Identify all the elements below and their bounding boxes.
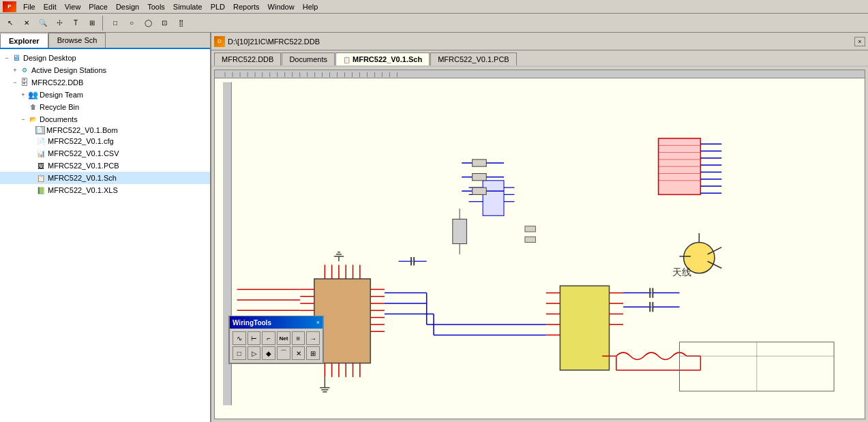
mfrc522-ddb-label: MFRC522.DDB: [31, 78, 83, 87]
design-team-icon: 👥: [27, 89, 38, 100]
menu-file[interactable]: File: [19, 2, 40, 12]
browse-sch-tab[interactable]: Browse Sch: [48, 33, 106, 48]
tree-item-mfrc522-ddb[interactable]: − 🗄 MFRC522.DDB: [0, 76, 210, 89]
tab-documents[interactable]: Documents: [282, 52, 335, 65]
toolbar-pan[interactable]: ☩: [52, 16, 67, 31]
menu-window[interactable]: Window: [264, 2, 299, 12]
documents-tab-label: Documents: [289, 55, 327, 63]
svg-rect-115: [525, 226, 535, 232]
recycle-bin-icon: 🗑: [27, 102, 38, 112]
toolbar-ellipse[interactable]: ◯: [140, 16, 155, 31]
toolbar-rect[interactable]: □: [108, 16, 123, 31]
explorer-tree: − 🖥 Design Desktop + ⚙ Active Design Sta…: [0, 49, 210, 422]
svg-rect-64: [453, 219, 467, 243]
tree-item-design-desktop[interactable]: − 🖥 Design Desktop: [0, 52, 210, 64]
tree-item-cfg[interactable]: · 📄 MFRC522_V0.1.cfg: [0, 135, 210, 147]
wiring-tools-header[interactable]: WiringTools ×: [230, 316, 323, 329]
sch-file-label: MFRC522_V0.1.Sch: [48, 174, 117, 182]
expand-design-team[interactable]: +: [19, 91, 27, 99]
toolbar-arrow[interactable]: ↖: [3, 16, 18, 31]
tab-sch[interactable]: 📋MFRC522_V0.1.Sch: [335, 52, 430, 65]
wiring-btn-noconn[interactable]: ⌒: [277, 346, 290, 360]
wiring-btn-component[interactable]: →: [306, 331, 320, 345]
bom-file-label: MFRC522_V0.1.Bom: [46, 126, 118, 134]
tab-ddb[interactable]: MFRC522.DDB: [214, 52, 281, 65]
wiring-btn-bus[interactable]: ⊢: [248, 331, 261, 345]
doc-path: D:\[10]21IC\MFRC522.DDB: [228, 37, 854, 46]
svg-text:天线: 天线: [672, 267, 691, 277]
wiring-btn-erc[interactable]: ⊞: [306, 346, 320, 360]
expand-documents[interactable]: −: [19, 115, 27, 123]
menu-help[interactable]: Help: [299, 2, 323, 12]
pcb-tab-label: MFRC522_V0.1.PCB: [438, 55, 509, 63]
doc-close-button[interactable]: ×: [854, 37, 865, 46]
app-logo: P: [3, 1, 16, 12]
tree-item-sch[interactable]: · 📋 MFRC522_V0.1.Sch: [0, 172, 210, 184]
toolbar-component[interactable]: ⊡: [157, 16, 172, 31]
explorer-tab[interactable]: Explorer: [0, 33, 48, 48]
wiring-btn-sheet[interactable]: □: [233, 346, 246, 360]
tab-pcb[interactable]: MFRC522_V0.1.PCB: [430, 52, 517, 65]
tree-item-csv[interactable]: · 📊 MFRC522_V0.1.CSV: [0, 147, 210, 160]
wiring-btn-wire[interactable]: ∿: [233, 331, 246, 345]
menu-reports[interactable]: Reports: [229, 2, 264, 12]
desktop-icon: 🖥: [11, 52, 22, 63]
right-panel: D D:\[10]21IC\MFRC522.DDB × MFRC522.DDB …: [211, 33, 868, 422]
tree-item-xls[interactable]: · 📗 MFRC522_V0.1.XLS: [0, 184, 210, 196]
active-design-label: Active Design Stations: [31, 66, 106, 74]
toolbar-text[interactable]: T: [68, 16, 83, 31]
svg-rect-116: [525, 237, 535, 242]
tree-item-pcb[interactable]: · 🖼 MFRC522_V0.1.PCB: [0, 160, 210, 172]
tree-item-recycle-bin[interactable]: · 🗑 Recycle Bin: [0, 101, 210, 113]
expand-design-desktop[interactable]: −: [3, 54, 11, 62]
toolbar-zoom[interactable]: 🔍: [35, 16, 50, 31]
tree-item-design-team[interactable]: + 👥 Design Team: [0, 89, 210, 101]
menubar: P File Edit View Place Design Tools Simu…: [0, 0, 868, 14]
left-tab-bar: Explorer Browse Sch: [0, 33, 210, 49]
tree-item-bom[interactable]: · 📄 MFRC522_V0.1.Bom: [0, 125, 210, 135]
expand-active-design[interactable]: +: [11, 66, 19, 74]
main-layout: Explorer Browse Sch − 🖥 Design Desktop +…: [0, 33, 868, 422]
menu-design[interactable]: Design: [112, 2, 143, 12]
file-xls-icon: 📗: [35, 185, 46, 196]
toolbar-cross[interactable]: ✕: [19, 16, 34, 31]
cfg-file-label: MFRC522_V0.1.cfg: [48, 137, 114, 145]
file-pcb-icon: 🖼: [35, 160, 46, 171]
wiring-tools-content: ∿ ⊢ ⌐ Net ≡ → □ ▷ ◆ ⌒ ✕: [230, 329, 323, 363]
file-csv-icon: 📊: [35, 148, 46, 159]
wiring-tools-panel: WiringTools × ∿ ⊢ ⌐ Net ≡ → □: [228, 316, 324, 364]
wiring-tools-row-1: ∿ ⊢ ⌐ Net ≡ →: [233, 331, 320, 345]
menu-pld[interactable]: PLD: [207, 2, 229, 12]
toolbar-circle[interactable]: ○: [124, 16, 139, 31]
menu-simulate[interactable]: Simulate: [169, 2, 207, 12]
database-icon: 🗄: [19, 77, 30, 88]
wiring-btn-port[interactable]: ▷: [248, 346, 261, 360]
menu-tools[interactable]: Tools: [143, 2, 169, 12]
file-cfg-icon: 📄: [35, 136, 46, 147]
menu-place[interactable]: Place: [85, 2, 112, 12]
file-sch-icon: 📋: [35, 172, 46, 183]
toolbar-dots[interactable]: ⣿: [173, 16, 188, 31]
svg-rect-80: [473, 160, 487, 166]
schematic-area: | | | | | | | | | | | | | | | | | | | | …: [211, 67, 868, 422]
wiring-btn-netlabel[interactable]: Net: [277, 331, 290, 345]
wiring-btn-entry[interactable]: ⌐: [262, 331, 275, 345]
tree-item-active-design[interactable]: + ⚙ Active Design Stations: [0, 64, 210, 76]
file-bom-icon: 📄: [35, 126, 45, 134]
menu-edit[interactable]: Edit: [40, 2, 61, 12]
wiring-tools-close[interactable]: ×: [316, 319, 320, 326]
expand-mfrc522[interactable]: −: [11, 78, 19, 87]
wiring-btn-power[interactable]: ≡: [292, 331, 305, 345]
wiring-btn-junction[interactable]: ◆: [262, 346, 275, 360]
menu-view[interactable]: View: [61, 2, 85, 12]
svg-rect-86: [473, 187, 487, 194]
doc-header: D D:\[10]21IC\MFRC522.DDB ×: [211, 33, 868, 50]
sch-tab-icon: 📋: [343, 57, 350, 63]
svg-rect-83: [473, 174, 487, 181]
tree-item-documents[interactable]: − 📂 Documents: [0, 113, 210, 125]
documents-folder-icon: 📂: [27, 114, 38, 125]
documents-label: Documents: [40, 115, 78, 123]
wiring-btn-delete[interactable]: ✕: [292, 346, 305, 360]
design-desktop-label: Design Desktop: [23, 54, 76, 62]
toolbar-grid[interactable]: ⊞: [85, 16, 100, 31]
